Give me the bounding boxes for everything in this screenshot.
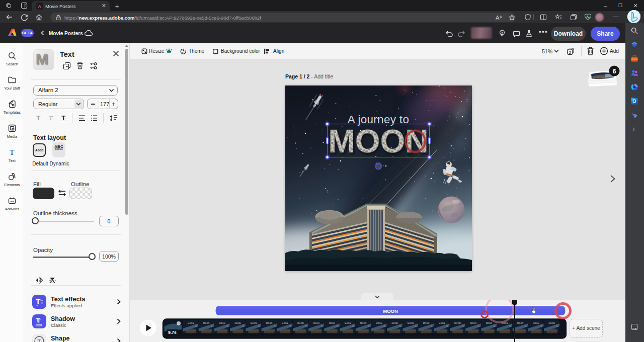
svg-text:MOON: MOON [329, 123, 429, 159]
svg-text:T: T [36, 298, 41, 306]
svg-text:T: T [36, 316, 40, 324]
svg-text:T: T [10, 148, 14, 156]
svg-text:2: 2 [569, 50, 571, 55]
svg-text:6: 6 [613, 68, 616, 75]
svg-text:MOON: MOON [383, 308, 398, 314]
svg-text:A: A [38, 4, 41, 9]
svg-text:A: A [496, 15, 500, 21]
svg-text:T: T [38, 338, 42, 342]
svg-text:9.7s: 9.7s [168, 330, 177, 335]
